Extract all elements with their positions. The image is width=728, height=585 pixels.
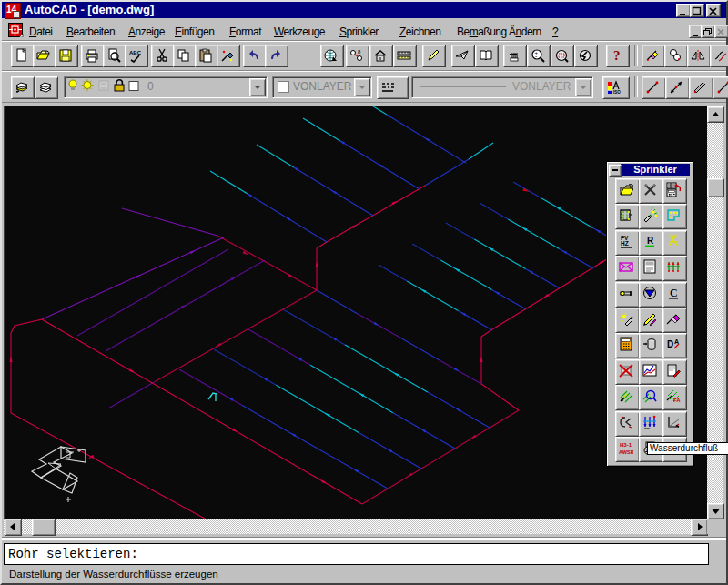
svg-text:8: 8	[358, 49, 361, 55]
svg-text:D: D	[667, 339, 673, 349]
svg-text:FA: FA	[673, 398, 681, 403]
svg-text:ISO: ISO	[613, 90, 621, 95]
svg-text:C: C	[670, 287, 678, 299]
svg-text:H3-1: H3-1	[620, 442, 632, 448]
svg-text:0: 0	[147, 80, 154, 93]
svg-text:?: ?	[613, 48, 621, 63]
svg-text:AWSR: AWSR	[619, 449, 633, 455]
svg-text:ABC: ABC	[129, 50, 142, 55]
svg-text:HZ: HZ	[621, 240, 629, 247]
svg-text:R: R	[647, 236, 654, 246]
